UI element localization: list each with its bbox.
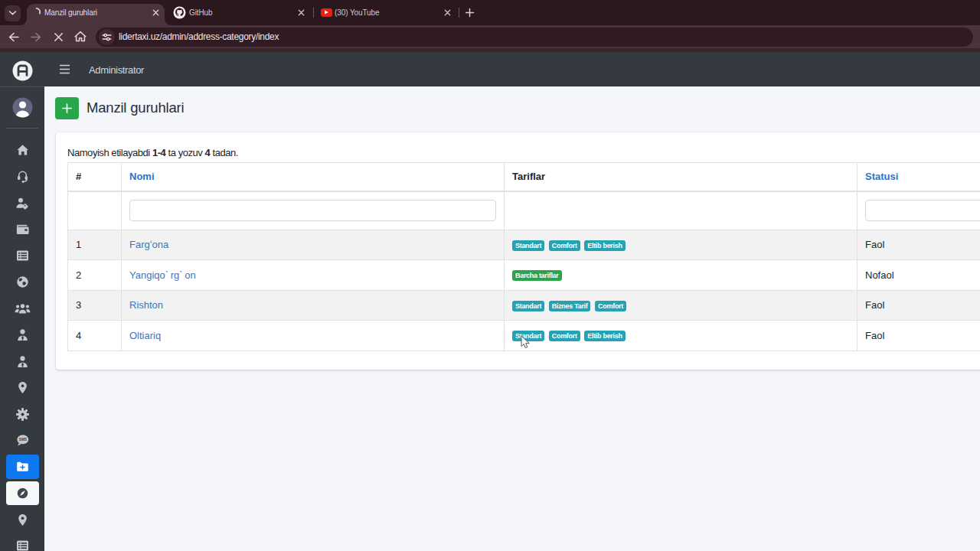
- svg-text:SMS: SMS: [19, 438, 27, 442]
